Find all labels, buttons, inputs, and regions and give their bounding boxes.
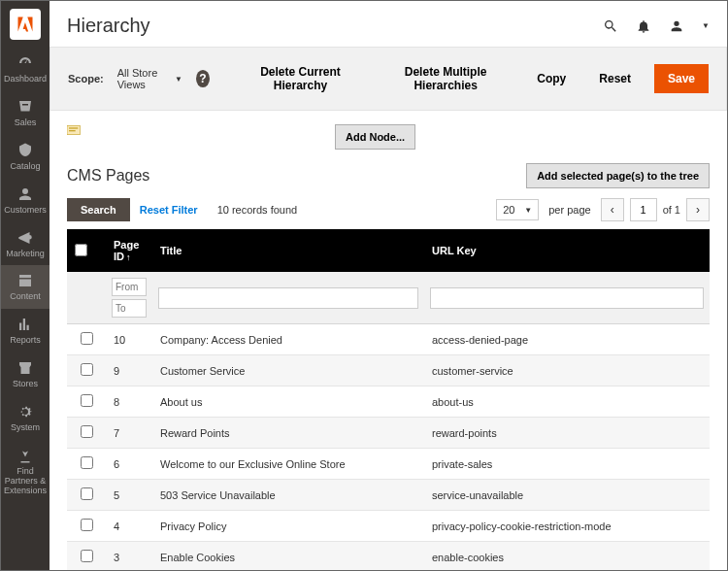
nav-item-stores[interactable]: Stores: [1, 353, 50, 396]
nav-item-catalog[interactable]: Catalog: [1, 135, 50, 179]
nav-item-dashboard[interactable]: Dashboard: [1, 48, 50, 91]
row-checkbox[interactable]: [81, 519, 93, 531]
row-checkbox[interactable]: [81, 425, 93, 438]
select-all-header: [67, 229, 106, 272]
filter-id-to[interactable]: [112, 299, 147, 318]
column-page-id[interactable]: Page ID↑: [106, 229, 152, 272]
table-row[interactable]: 4Privacy Policyprivacy-policy-cookie-res…: [67, 511, 710, 542]
next-page-button[interactable]: ›: [686, 198, 710, 221]
cell-title: About us: [152, 386, 424, 418]
action-toolbar: Scope: All Store Views ▼ ? Delete Curren…: [50, 47, 727, 111]
account-icon[interactable]: [669, 18, 684, 34]
perpage-label: per page: [548, 204, 590, 216]
dashboard-icon: [17, 54, 34, 72]
app-logo[interactable]: [10, 9, 41, 40]
filter-urlkey-input[interactable]: [430, 287, 704, 309]
copy-button[interactable]: Copy: [527, 66, 576, 91]
cell-id: 6: [106, 449, 152, 480]
filter-title-input[interactable]: [158, 287, 418, 309]
cell-title: Company: Access Denied: [152, 324, 424, 355]
prev-page-button[interactable]: ‹: [601, 198, 624, 221]
delete-current-button[interactable]: Delete Current Hierarchy: [237, 59, 364, 98]
save-button[interactable]: Save: [654, 64, 709, 93]
chevron-down-icon: ▼: [175, 75, 182, 84]
nav-label: Content: [10, 292, 41, 302]
scope-value: All Store Views: [117, 67, 171, 90]
table-row[interactable]: 3Enable Cookiesenable-cookies: [67, 542, 710, 571]
chevron-down-icon: ▼: [524, 206, 532, 215]
row-checkbox[interactable]: [81, 456, 93, 469]
row-checkbox[interactable]: [81, 550, 93, 562]
nav-item-marketing[interactable]: Marketing: [1, 222, 50, 266]
row-checkbox[interactable]: [81, 332, 93, 345]
cell-url: reward-points: [424, 418, 710, 449]
nav-label: Marketing: [6, 250, 45, 259]
nav-item-system[interactable]: System: [1, 396, 50, 440]
account-dropdown-caret[interactable]: ▼: [702, 21, 710, 30]
cell-id: 7: [106, 418, 152, 449]
delete-multiple-button[interactable]: Delete Multiple Hierarchies: [378, 59, 513, 98]
content-icon: [17, 272, 34, 289]
scope-label: Scope:: [68, 73, 104, 84]
cell-title: Privacy Policy: [152, 511, 424, 542]
cell-id: 9: [106, 355, 152, 386]
table-row[interactable]: 10Company: Access Deniedaccess-denied-pa…: [67, 324, 710, 355]
table-row[interactable]: 7Reward Pointsreward-points: [67, 418, 710, 449]
table-row[interactable]: 6Welcome to our Exclusive Online Storepr…: [67, 449, 710, 480]
table-row[interactable]: 5503 Service Unavailableservice-unavaila…: [67, 480, 710, 511]
section-title: CMS Pages: [67, 167, 526, 185]
cell-id: 4: [106, 511, 152, 542]
scope-selector[interactable]: All Store Views ▼: [117, 67, 182, 90]
column-url-key[interactable]: URL Key: [424, 229, 710, 272]
column-title[interactable]: Title: [152, 229, 424, 272]
filter-id-from[interactable]: [112, 278, 147, 296]
nav-item-reports[interactable]: Reports: [1, 309, 50, 353]
row-checkbox[interactable]: [81, 363, 93, 376]
sort-arrow-icon: ↑: [126, 252, 131, 262]
page-of-label: of 1: [663, 204, 680, 216]
system-icon: [17, 403, 34, 420]
stores-icon: [17, 359, 34, 377]
page-title: Hierarchy: [67, 15, 603, 37]
tree-root-icon[interactable]: [67, 124, 83, 136]
select-all-checkbox[interactable]: [75, 244, 87, 256]
nav-label: Find Partners & Extensions: [1, 467, 50, 496]
cell-id: 8: [106, 386, 152, 418]
cell-url: access-denied-page: [424, 324, 710, 355]
cell-url: enable-cookies: [424, 542, 710, 571]
nav-label: Customers: [4, 206, 47, 216]
nav-label: Stores: [13, 380, 38, 389]
row-checkbox[interactable]: [81, 487, 93, 500]
nav-item-content[interactable]: Content: [1, 265, 50, 309]
cell-title: Customer Service: [152, 355, 424, 386]
notifications-icon[interactable]: [636, 18, 651, 34]
svg-rect-1: [69, 127, 78, 128]
add-selected-pages-button[interactable]: Add selected page(s) to the tree: [526, 163, 710, 188]
add-node-button[interactable]: Add Node...: [335, 124, 415, 150]
partners-icon: [17, 447, 34, 464]
page-input[interactable]: [630, 198, 657, 221]
catalog-icon: [17, 142, 34, 159]
nav-item-customers[interactable]: Customers: [1, 179, 50, 222]
row-checkbox[interactable]: [81, 394, 93, 407]
cell-title: Reward Points: [152, 418, 424, 449]
perpage-select[interactable]: 20▼: [496, 199, 539, 220]
search-icon[interactable]: [603, 18, 618, 34]
cell-url: customer-service: [424, 355, 710, 386]
nav-item-sales[interactable]: Sales: [1, 91, 50, 135]
customers-icon: [17, 185, 34, 203]
cell-id: 5: [106, 480, 152, 511]
nav-label: System: [11, 423, 40, 433]
nav-label: Sales: [15, 118, 37, 128]
reset-filter-link[interactable]: Reset Filter: [140, 204, 198, 216]
cell-url: about-us: [424, 386, 710, 418]
cell-url: service-unavailable: [424, 480, 710, 511]
table-row[interactable]: 8About usabout-us: [67, 386, 710, 418]
grid-search-button[interactable]: Search: [67, 198, 130, 221]
nav-item-partners[interactable]: Find Partners & Extensions: [1, 440, 50, 503]
table-row[interactable]: 9Customer Servicecustomer-service: [67, 355, 710, 386]
reset-button[interactable]: Reset: [589, 66, 641, 91]
admin-sidebar: DashboardSalesCatalogCustomersMarketingC…: [1, 1, 50, 570]
records-found-label: 10 records found: [217, 204, 298, 216]
help-icon[interactable]: ?: [196, 70, 210, 87]
